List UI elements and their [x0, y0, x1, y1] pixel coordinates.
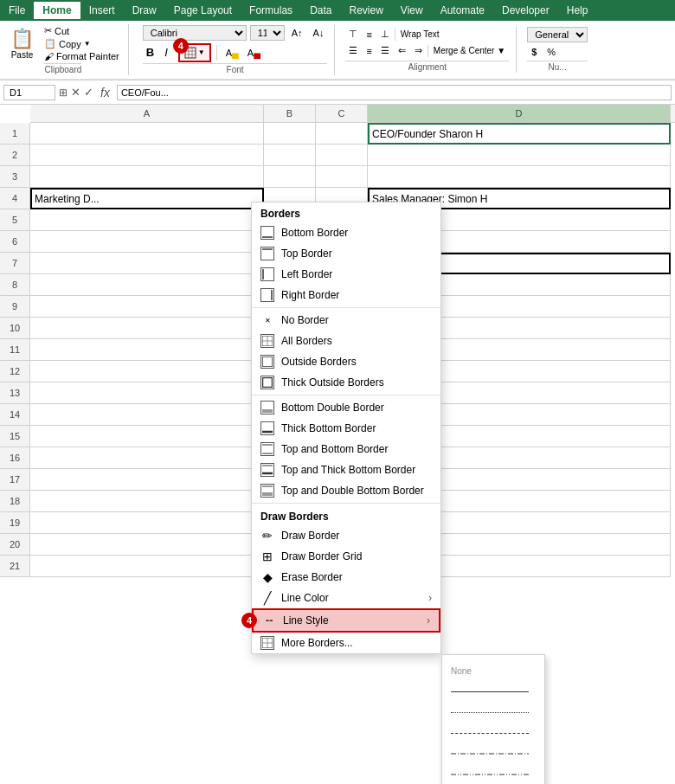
cell-b3[interactable] [264, 166, 316, 188]
align-right-button[interactable]: ☰ [377, 43, 393, 58]
paste-button[interactable]: 📋 Paste [5, 26, 39, 61]
cell-a13[interactable] [30, 382, 264, 404]
cell-a18[interactable] [30, 491, 264, 512]
cell-c3[interactable] [316, 166, 368, 188]
line-style-dash-dot[interactable] [442, 743, 544, 764]
cell-a11[interactable] [30, 339, 264, 361]
cancel-formula-icon[interactable]: ✕ [71, 86, 80, 99]
bottom-double-border-item[interactable]: Bottom Double Border [252, 397, 440, 418]
menu-file[interactable]: File [0, 2, 34, 19]
line-color-item[interactable]: ╱ Line Color › [252, 588, 440, 608]
font-color-button[interactable]: A▄ [244, 46, 264, 60]
col-header-a[interactable]: A [30, 105, 264, 122]
cell-d1[interactable]: CEO/Founder Sharon H [368, 123, 671, 145]
cell-a19[interactable] [30, 512, 264, 534]
cell-a12[interactable] [30, 361, 264, 382]
confirm-formula-icon[interactable]: ✓ [84, 86, 93, 99]
top-double-bottom-border-item[interactable]: Top and Double Bottom Border [252, 480, 440, 501]
menu-page-layout[interactable]: Page Layout [165, 2, 241, 19]
cell-a16[interactable] [30, 447, 264, 469]
font-size-decrease-button[interactable]: A↓ [310, 26, 328, 40]
menu-insert[interactable]: Insert [80, 2, 124, 19]
more-borders-item[interactable]: More Borders... [252, 633, 440, 653]
font-name-select[interactable]: Calibri [143, 25, 247, 41]
menu-developer[interactable]: Developer [493, 2, 558, 19]
format-painter-button[interactable]: 🖌 Format Painter [42, 50, 121, 62]
cell-a1[interactable] [30, 123, 264, 145]
col-header-c[interactable]: C [316, 105, 368, 122]
number-format-select[interactable]: General [527, 27, 588, 42]
cell-a2[interactable] [30, 145, 264, 166]
cell-a9[interactable] [30, 296, 264, 318]
decrease-indent-button[interactable]: ⇐ [395, 43, 409, 58]
dollar-button[interactable]: $ [527, 44, 541, 60]
line-style-none[interactable]: None [442, 660, 544, 681]
thick-bottom-border-item[interactable]: Thick Bottom Border [252, 418, 440, 439]
line-style-dash-dot-dot[interactable] [442, 764, 544, 784]
menu-draw[interactable]: Draw [124, 2, 165, 19]
formula-input[interactable] [117, 85, 672, 100]
borders-dropdown-arrow[interactable]: ▼ [198, 48, 205, 56]
increase-indent-button[interactable]: ⇒ [411, 43, 426, 58]
cell-a4[interactable]: Marketing D... [30, 188, 264, 209]
cell-d2[interactable] [368, 145, 671, 166]
right-border-item[interactable]: Right Border [252, 285, 440, 305]
fill-color-button[interactable]: A▄ [222, 46, 242, 60]
merge-center-button[interactable]: Merge & Center ▼ [430, 44, 509, 57]
left-border-item[interactable]: Left Border [252, 264, 440, 285]
font-size-increase-button[interactable]: A↑ [288, 26, 306, 40]
line-style-item[interactable]: 4 ╌ Line Style › [252, 608, 440, 633]
menu-review[interactable]: Review [340, 2, 391, 19]
align-middle-button[interactable]: ≡ [363, 28, 375, 42]
line-style-solid-thin[interactable] [442, 681, 544, 702]
align-center-button[interactable]: ≡ [363, 44, 375, 58]
menu-data[interactable]: Data [301, 2, 340, 19]
align-top-button[interactable]: ⊤ [345, 27, 361, 42]
line-style-dashed-sm[interactable] [442, 723, 544, 743]
cell-a17[interactable] [30, 469, 264, 491]
menu-home[interactable]: Home [34, 2, 80, 19]
bottom-border-item[interactable]: Bottom Border [252, 222, 440, 243]
cut-button[interactable]: ✂ Cut [42, 24, 121, 37]
col-header-d[interactable]: D [368, 105, 671, 122]
align-left-button[interactable]: ☰ [345, 43, 361, 58]
copy-button[interactable]: 📋 Copy ▼ [42, 37, 121, 50]
borders-button[interactable]: 4 ▼ [178, 43, 211, 62]
top-thick-bottom-border-item[interactable]: Top and Thick Bottom Border [252, 459, 440, 480]
thick-outside-borders-item[interactable]: Thick Outside Borders [252, 372, 440, 393]
cell-reference-input[interactable] [3, 85, 55, 100]
menu-formulas[interactable]: Formulas [241, 2, 301, 19]
top-border-item[interactable]: Top Border [252, 243, 440, 264]
cell-a14[interactable] [30, 404, 264, 426]
cell-a21[interactable] [30, 556, 264, 577]
expand-formula-icon[interactable]: ⊞ [59, 87, 68, 99]
align-bottom-button[interactable]: ⊥ [377, 27, 393, 42]
cell-a3[interactable] [30, 166, 264, 188]
erase-border-item[interactable]: ◆ Erase Border [252, 567, 440, 588]
top-bottom-border-item[interactable]: Top and Bottom Border [252, 439, 440, 459]
cell-a6[interactable] [30, 231, 264, 253]
cell-a7[interactable] [30, 253, 264, 274]
menu-help[interactable]: Help [558, 2, 597, 19]
cell-a5[interactable] [30, 209, 264, 231]
draw-border-item[interactable]: ✏ Draw Border [252, 525, 440, 546]
menu-automate[interactable]: Automate [432, 2, 493, 19]
cell-a8[interactable] [30, 274, 264, 296]
font-size-select[interactable]: 11 [250, 25, 285, 41]
bold-button[interactable]: B [143, 44, 158, 61]
cell-b2[interactable] [264, 145, 316, 166]
all-borders-item[interactable]: All Borders [252, 331, 440, 351]
copy-dropdown-arrow[interactable]: ▼ [84, 40, 91, 48]
cell-b1[interactable] [264, 123, 316, 145]
draw-border-grid-item[interactable]: ⊞ Draw Border Grid [252, 546, 440, 567]
line-style-dotted[interactable] [442, 702, 544, 723]
italic-button[interactable]: I [161, 44, 171, 61]
cell-a20[interactable] [30, 534, 264, 556]
outside-borders-item[interactable]: Outside Borders [252, 351, 440, 372]
menu-view[interactable]: View [392, 2, 432, 19]
col-header-b[interactable]: B [264, 105, 316, 122]
percent-button[interactable]: % [543, 44, 560, 60]
cell-c1[interactable] [316, 123, 368, 145]
no-border-item[interactable]: ✕ No Border [252, 310, 440, 331]
wrap-text-button[interactable]: Wrap Text [397, 28, 443, 41]
